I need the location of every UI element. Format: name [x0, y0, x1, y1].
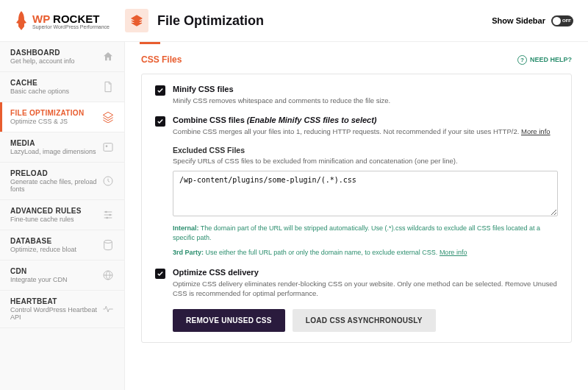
hint-internal: Internal: The domain part of the URL wil…: [173, 224, 558, 244]
excluded-css-label: Excluded CSS Files: [173, 146, 558, 155]
sidebar-item-heartbeat[interactable]: HEARTBEATControl WordPress Heartbeat API: [0, 291, 124, 328]
remove-unused-css-button[interactable]: REMOVE UNUSED CSS: [173, 309, 285, 332]
page-title: File Optimization: [157, 13, 492, 29]
excluded-css-textarea[interactable]: [173, 171, 558, 216]
page-icon: [125, 9, 148, 32]
svg-point-3: [105, 211, 107, 213]
section-title: CSS Files: [141, 54, 182, 65]
svg-rect-0: [104, 143, 112, 152]
home-icon: [102, 51, 114, 63]
optimize-css-desc: Optimize CSS delivery eliminates render-…: [173, 279, 558, 299]
file-icon: [102, 81, 114, 93]
main-content: CSS Files ? NEED HELP? Minify CSS files …: [125, 42, 588, 390]
minify-css-label: Minify CSS files: [173, 85, 558, 93]
sidebar: DASHBOARDGet help, account info CACHEBas…: [0, 42, 125, 390]
optimize-css-label: Optimize CSS delivery: [173, 268, 558, 277]
clock-icon: [102, 175, 114, 187]
svg-point-5: [106, 217, 108, 219]
hint-3rd-party: 3rd Party: Use either the full URL path …: [173, 248, 558, 258]
svg-point-1: [106, 145, 108, 147]
layers-icon: [102, 111, 114, 123]
rocket-icon: [15, 11, 28, 30]
sidebar-item-dashboard[interactable]: DASHBOARDGet help, account info: [0, 42, 124, 72]
sidebar-item-cache[interactable]: CACHEBasic cache options: [0, 72, 124, 102]
hint-more-info-link[interactable]: More info: [440, 249, 467, 256]
minify-css-checkbox[interactable]: [155, 85, 165, 96]
image-icon: [102, 141, 114, 153]
load-css-async-button[interactable]: LOAD CSS ASYNCHRONOUSLY: [293, 309, 436, 332]
sidebar-item-database[interactable]: DATABASEOptimize, reduce bloat: [0, 230, 124, 260]
optimize-css-checkbox[interactable]: [155, 269, 165, 279]
excluded-css-desc: Specify URLs of CSS files to be excluded…: [173, 157, 558, 165]
css-panel: Minify CSS files Minify CSS removes whit…: [141, 74, 572, 343]
need-help-link[interactable]: ? NEED HELP?: [517, 55, 572, 65]
combine-css-desc: Combine CSS merges all your files into 1…: [173, 127, 558, 136]
logo: WP ROCKET Superior WordPress Performance: [15, 11, 125, 30]
globe-icon: [102, 269, 114, 281]
sidebar-item-advanced-rules[interactable]: ADVANCED RULESFine-tune cache rules: [0, 200, 124, 230]
combine-more-info-link[interactable]: More info: [521, 127, 551, 135]
sidebar-item-file-optimization[interactable]: FILE OPTIMIZATIONOptimize CSS & JS: [0, 102, 124, 132]
svg-point-6: [104, 240, 112, 243]
layers-icon: [131, 15, 143, 26]
combine-css-checkbox[interactable]: [155, 116, 165, 127]
combine-css-label: Combine CSS files (Enable Minify CSS fil…: [173, 116, 558, 124]
svg-point-4: [109, 214, 111, 216]
help-icon: ?: [517, 55, 527, 65]
database-icon: [102, 239, 114, 251]
app-header: WP ROCKET Superior WordPress Performance…: [0, 0, 588, 42]
sidebar-item-cdn[interactable]: CDNIntegrate your CDN: [0, 260, 124, 291]
sidebar-item-preload[interactable]: PRELOADGenerate cache files, preload fon…: [0, 163, 124, 200]
show-sidebar-toggle[interactable]: Show Sidebar OFF: [492, 15, 573, 26]
heartbeat-icon: [102, 303, 114, 315]
sliders-icon: [102, 209, 114, 221]
minify-css-desc: Minify CSS removes whitespace and commen…: [173, 96, 558, 105]
sidebar-item-media[interactable]: MEDIALazyLoad, image dimensions: [0, 132, 124, 163]
